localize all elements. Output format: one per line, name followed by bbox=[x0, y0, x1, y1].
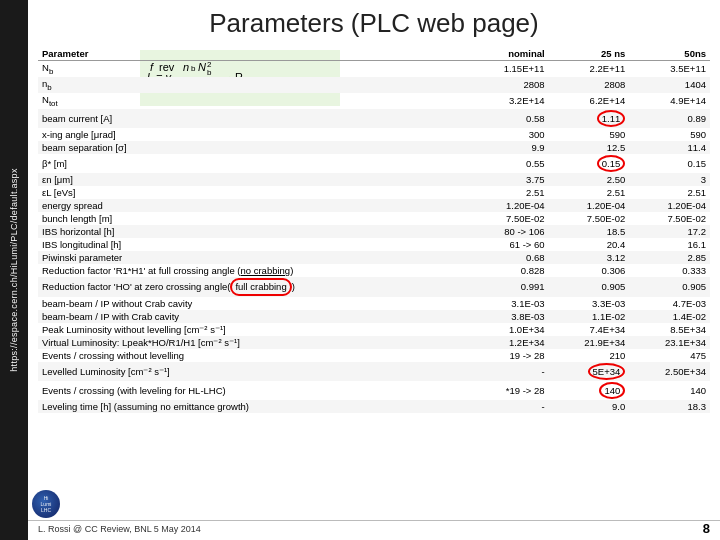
cell-nominal: 3.75 bbox=[468, 173, 549, 186]
cell-param: Levelled Luminosity [cm⁻² s⁻¹] bbox=[38, 362, 468, 381]
cell-param: Nb bbox=[38, 61, 468, 77]
main-content: Parameters (PLC web page) Parameter nomi… bbox=[28, 0, 720, 540]
cell-50ns: 1.4E-02 bbox=[629, 310, 710, 323]
logo-circle: HiLumiLHC bbox=[32, 490, 60, 518]
table-row: Events / crossing without levelling19 ->… bbox=[38, 349, 710, 362]
footer-citation: L. Rossi @ CC Review, BNL 5 May 2014 bbox=[38, 524, 201, 534]
cell-25ns: 0.15 bbox=[549, 154, 630, 173]
cell-25ns: 12.5 bbox=[549, 141, 630, 154]
logo-area: HiLumiLHC bbox=[32, 490, 72, 518]
cell-25ns: 2808 bbox=[549, 77, 630, 93]
cell-param: Virtual Luminosity: Lpeak*HO/R1/H1 [cm⁻²… bbox=[38, 336, 468, 349]
page-title: Parameters (PLC web page) bbox=[38, 8, 710, 39]
cell-param: Events / crossing (with leveling for HL-… bbox=[38, 381, 468, 400]
cell-nominal: 1.20E-04 bbox=[468, 199, 549, 212]
cell-50ns: 18.3 bbox=[629, 400, 710, 413]
cell-nominal: 1.2E+34 bbox=[468, 336, 549, 349]
page-number: 8 bbox=[703, 521, 710, 536]
table-row: Levelled Luminosity [cm⁻² s⁻¹]-5E+342.50… bbox=[38, 362, 710, 381]
cell-nominal: - bbox=[468, 400, 549, 413]
table-row: beam current [A]0.581.110.89 bbox=[38, 109, 710, 128]
col-header-nominal: nominal bbox=[468, 47, 549, 61]
cell-50ns: 1404 bbox=[629, 77, 710, 93]
cell-50ns: 16.1 bbox=[629, 238, 710, 251]
cell-nominal: 1.15E+11 bbox=[468, 61, 549, 77]
cell-param: beam separation [σ] bbox=[38, 141, 468, 154]
cell-50ns: 0.89 bbox=[629, 109, 710, 128]
cell-25ns: 1.20E-04 bbox=[549, 199, 630, 212]
table-row: Piwinski parameter0.683.122.85 bbox=[38, 251, 710, 264]
col-header-param: Parameter bbox=[38, 47, 468, 61]
cell-param: Leveling time [h] (assuming no emittance… bbox=[38, 400, 468, 413]
cell-25ns: 7.50E-02 bbox=[549, 212, 630, 225]
cell-50ns: 140 bbox=[629, 381, 710, 400]
cell-50ns: 3 bbox=[629, 173, 710, 186]
cell-nominal: 0.55 bbox=[468, 154, 549, 173]
cell-50ns: 23.1E+34 bbox=[629, 336, 710, 349]
cell-50ns: 7.50E-02 bbox=[629, 212, 710, 225]
cell-50ns: 17.2 bbox=[629, 225, 710, 238]
cell-nominal: 7.50E-02 bbox=[468, 212, 549, 225]
table-row: εL [eVs]2.512.512.51 bbox=[38, 186, 710, 199]
cell-nominal: 3.1E-03 bbox=[468, 297, 549, 310]
cell-25ns: 590 bbox=[549, 128, 630, 141]
cell-nominal: 2808 bbox=[468, 77, 549, 93]
cell-50ns: 2.85 bbox=[629, 251, 710, 264]
cell-25ns: 2.2E+11 bbox=[549, 61, 630, 77]
table-row: beam-beam / IP without Crab cavity3.1E-0… bbox=[38, 297, 710, 310]
table-row: energy spread1.20E-041.20E-041.20E-04 bbox=[38, 199, 710, 212]
table-row: IBS horizontal [h]80 -> 10618.517.2 bbox=[38, 225, 710, 238]
cell-param: IBS longitudinal [h] bbox=[38, 238, 468, 251]
cell-param: Ntot bbox=[38, 93, 468, 109]
cell-25ns: 3.3E-03 bbox=[549, 297, 630, 310]
table-row: Ntot3.2E+146.2E+144.9E+14 bbox=[38, 93, 710, 109]
cell-25ns: 210 bbox=[549, 349, 630, 362]
cell-25ns: 5E+34 bbox=[549, 362, 630, 381]
table-row: beam-beam / IP with Crab cavity3.8E-031.… bbox=[38, 310, 710, 323]
table-row: Virtual Luminosity: Lpeak*HO/R1/H1 [cm⁻²… bbox=[38, 336, 710, 349]
cell-nominal: 3.8E-03 bbox=[468, 310, 549, 323]
cell-50ns: 3.5E+11 bbox=[629, 61, 710, 77]
cell-nominal: 61 -> 60 bbox=[468, 238, 549, 251]
cell-25ns: 1.1E-02 bbox=[549, 310, 630, 323]
cell-param: εn [μm] bbox=[38, 173, 468, 186]
cell-nominal: 0.68 bbox=[468, 251, 549, 264]
cell-25ns: 0.905 bbox=[549, 277, 630, 296]
cell-nominal: - bbox=[468, 362, 549, 381]
cell-nominal: 19 -> 28 bbox=[468, 349, 549, 362]
cell-50ns: 0.15 bbox=[629, 154, 710, 173]
cell-50ns: 4.7E-03 bbox=[629, 297, 710, 310]
cell-25ns: 1.11 bbox=[549, 109, 630, 128]
sidebar-url: https://espace.cern.ch/HiLumi/PLC/defaul… bbox=[9, 168, 19, 371]
table-row: nb280828081404 bbox=[38, 77, 710, 93]
table-row: Leveling time [h] (assuming no emittance… bbox=[38, 400, 710, 413]
cell-50ns: 4.9E+14 bbox=[629, 93, 710, 109]
cell-param: nb bbox=[38, 77, 468, 93]
cell-nominal: 0.828 bbox=[468, 264, 549, 277]
cell-nominal: 0.58 bbox=[468, 109, 549, 128]
col-header-25ns: 25 ns bbox=[549, 47, 630, 61]
cell-25ns: 0.306 bbox=[549, 264, 630, 277]
logo-text: HiLumiLHC bbox=[41, 495, 52, 513]
table-row: Reduction factor 'HO' at zero crossing a… bbox=[38, 277, 710, 296]
cell-param: beam current [A] bbox=[38, 109, 468, 128]
cell-nominal: 300 bbox=[468, 128, 549, 141]
cell-param: beam-beam / IP with Crab cavity bbox=[38, 310, 468, 323]
cell-25ns: 2.50 bbox=[549, 173, 630, 186]
cell-25ns: 3.12 bbox=[549, 251, 630, 264]
cell-50ns: 590 bbox=[629, 128, 710, 141]
table-row: εn [μm]3.752.503 bbox=[38, 173, 710, 186]
cell-50ns: 0.905 bbox=[629, 277, 710, 296]
cell-nominal: 3.2E+14 bbox=[468, 93, 549, 109]
cell-25ns: 21.9E+34 bbox=[549, 336, 630, 349]
cell-50ns: 0.333 bbox=[629, 264, 710, 277]
footer: L. Rossi @ CC Review, BNL 5 May 2014 8 bbox=[28, 520, 720, 536]
cell-nominal: 1.0E+34 bbox=[468, 323, 549, 336]
cell-50ns: 2.50E+34 bbox=[629, 362, 710, 381]
cell-50ns: 11.4 bbox=[629, 141, 710, 154]
table-row: Reduction factor 'R1*H1' at full crossin… bbox=[38, 264, 710, 277]
cell-25ns: 2.51 bbox=[549, 186, 630, 199]
table-row: Events / crossing (with leveling for HL-… bbox=[38, 381, 710, 400]
table-header-row: Parameter nominal 25 ns 50ns bbox=[38, 47, 710, 61]
col-header-50ns: 50ns bbox=[629, 47, 710, 61]
